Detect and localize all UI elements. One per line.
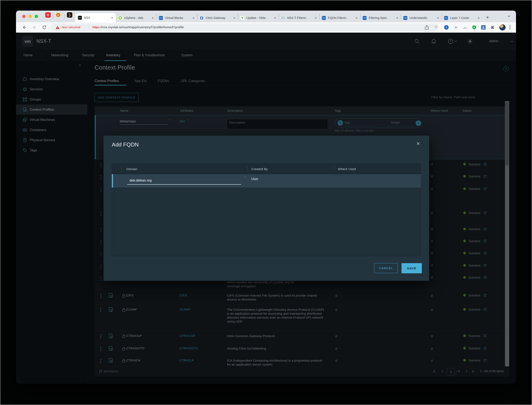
tab-close-icon[interactable]: ✕ bbox=[274, 16, 276, 20]
pinned-tab-plex-icon[interactable]: ❯ bbox=[67, 12, 72, 18]
reload-icon[interactable] bbox=[42, 25, 47, 30]
tab-close-icon[interactable]: ✕ bbox=[152, 16, 154, 20]
save-button[interactable]: SAVE bbox=[402, 263, 422, 273]
browser-toolbar: Non sécurisé https://nsx.myvlab.io/nsx/#… bbox=[16, 22, 516, 33]
tab-fqdn-filtering[interactable]: vmw FQDN Filterin ✕ bbox=[319, 14, 360, 22]
extension-download-icon[interactable] bbox=[481, 25, 486, 30]
tab-close-icon[interactable]: ✕ bbox=[192, 16, 195, 20]
tab-search-chevron-icon[interactable] bbox=[507, 15, 510, 17]
vmw-favicon: vmw bbox=[322, 16, 326, 20]
bookmark-star-icon[interactable]: ☆ bbox=[434, 24, 439, 29]
vmw-favicon: vmw bbox=[444, 16, 448, 20]
tab-close-icon[interactable]: ✕ bbox=[477, 16, 480, 20]
vmw-favicon: vmw bbox=[363, 16, 367, 20]
new-tab-button[interactable]: + bbox=[486, 14, 489, 20]
extension-1password-icon[interactable]: 1 bbox=[444, 25, 449, 30]
fqdn-table-header: Domain Created By Where Used bbox=[112, 164, 421, 174]
nsx-favicon: NSX bbox=[78, 16, 82, 20]
back-icon[interactable] bbox=[22, 25, 27, 30]
browser-window: ❯ NSX NSX ✕ vSphere - deb ✕ vmw Virtual … bbox=[16, 11, 516, 384]
tab-close-icon[interactable]: ✕ bbox=[355, 16, 358, 20]
extension-ip-icon[interactable]: IP bbox=[454, 25, 458, 30]
tab-vsphere[interactable]: vSphere - deb ✕ bbox=[116, 14, 157, 22]
close-window-button[interactable] bbox=[22, 15, 26, 18]
menu-dots-icon[interactable] bbox=[509, 25, 514, 30]
cancel-button[interactable]: CANCEL bbox=[374, 263, 398, 273]
wordpress-favicon: W bbox=[281, 16, 285, 20]
modal-title: Add FQDN bbox=[112, 142, 139, 148]
extensions-puzzle-icon[interactable] bbox=[490, 25, 495, 30]
vmw-favicon: vmw bbox=[403, 16, 407, 20]
tab-layer7-context[interactable]: vmw Layer 7 Conte ✕ bbox=[442, 14, 482, 22]
tab-strip: ❯ NSX NSX ✕ vSphere - deb ✕ vmw Virtual … bbox=[16, 11, 516, 22]
pinned-tab-red-grid-icon[interactable] bbox=[45, 12, 51, 18]
address-bar[interactable]: Non sécurisé https://nsx.myvlab.io/nsx/#… bbox=[51, 23, 438, 31]
created-by-value: User bbox=[251, 177, 258, 181]
nsx-app: vm NSX-T ? admin Home Networking Securit… bbox=[16, 33, 516, 384]
tab-nsx[interactable]: NSX NSX ✕ bbox=[75, 13, 116, 22]
minimize-window-button[interactable] bbox=[28, 15, 32, 18]
tab-close-icon[interactable]: ✕ bbox=[233, 16, 235, 20]
add-fqdn-modal: Add FQDN ✕ Domain Created By Where Used … bbox=[103, 136, 429, 281]
fqdn-row[interactable]: deb.debian.org * User bbox=[112, 174, 421, 188]
tab-close-icon[interactable]: ✕ bbox=[396, 16, 398, 20]
zoom-window-button[interactable] bbox=[35, 15, 38, 18]
tab-close-icon[interactable]: ✕ bbox=[315, 16, 317, 20]
tab-virtual-blocks[interactable]: vmw Virtual Blocks ✕ bbox=[157, 14, 197, 22]
domain-input[interactable]: deb.debian.org bbox=[130, 179, 152, 182]
svg-text:W: W bbox=[282, 17, 284, 19]
tab-close-icon[interactable]: ✕ bbox=[111, 16, 113, 19]
warning-icon bbox=[55, 26, 60, 29]
tab-understanding[interactable]: vmw Understandin ✕ bbox=[401, 14, 442, 22]
fqdn-table-body bbox=[112, 188, 421, 256]
extension-arc-icon[interactable] bbox=[463, 25, 467, 30]
modal-close-icon[interactable]: ✕ bbox=[416, 141, 420, 146]
extension-shield-icon[interactable] bbox=[472, 25, 477, 30]
forward-icon[interactable] bbox=[32, 25, 37, 30]
security-warning-label[interactable]: Non sécurisé bbox=[62, 25, 80, 29]
tab-filtering-spec[interactable]: vmw Filtering Spec ✕ bbox=[360, 14, 401, 22]
tab-citrix-gateway[interactable]: Citrix Gateway ✕ bbox=[197, 14, 238, 22]
vsphere-favicon bbox=[118, 16, 122, 20]
profile-avatar[interactable] bbox=[499, 24, 506, 31]
vmware-green-favicon bbox=[240, 16, 244, 20]
vmw-favicon: vmw bbox=[159, 16, 163, 20]
tab-update-vmware[interactable]: Update - VMw ✕ bbox=[238, 14, 279, 22]
tab-close-icon[interactable]: ✕ bbox=[437, 16, 439, 20]
citrix-favicon bbox=[200, 16, 204, 20]
share-icon[interactable] bbox=[424, 25, 430, 30]
pinned-tab-grafana-icon[interactable] bbox=[55, 12, 61, 18]
tab-nsxt-filtering[interactable]: W NSX-T Filterin ✕ bbox=[279, 14, 319, 22]
url-text[interactable]: https://nsx.myvlab.io/nsx/#/app/inventor… bbox=[92, 25, 184, 29]
